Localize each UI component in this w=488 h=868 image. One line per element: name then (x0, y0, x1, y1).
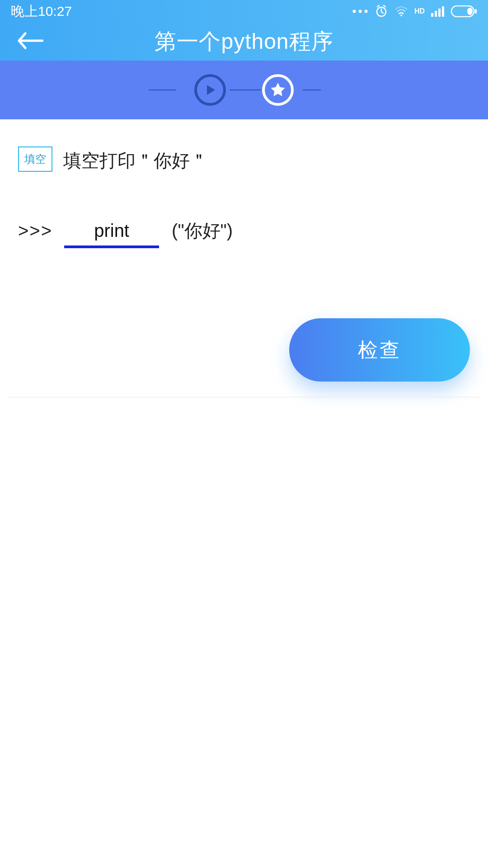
wifi-icon (394, 6, 408, 17)
svg-point-4 (400, 14, 402, 16)
more-icon (352, 9, 368, 14)
svg-rect-6 (435, 11, 437, 17)
code-tail: ("你好") (165, 218, 233, 243)
svg-rect-8 (442, 6, 444, 17)
header: 第一个python程序 (0, 23, 488, 61)
svg-rect-7 (438, 9, 441, 17)
arrow-left-icon (16, 31, 43, 51)
progress-connector (303, 90, 321, 90)
status-bar: 晚上10:27 HD (0, 0, 488, 23)
alarm-icon (375, 5, 388, 18)
progress-connector (149, 90, 176, 90)
battery-icon (451, 5, 477, 17)
svg-point-0 (352, 10, 356, 13)
page-title: 第一个python程序 (155, 27, 333, 56)
progress-bar (0, 61, 488, 119)
svg-rect-10 (475, 9, 477, 14)
svg-rect-5 (431, 13, 433, 17)
blank-wrapper (64, 221, 159, 248)
question-text: 填空打印＂你好＂ (63, 146, 208, 173)
check-button[interactable]: 检查 (289, 318, 470, 382)
question-type-badge: 填空 (18, 146, 52, 172)
progress-step-star[interactable] (262, 74, 294, 106)
code-prompt: >>> (18, 221, 60, 241)
svg-point-2 (364, 10, 367, 13)
play-icon (203, 83, 217, 97)
back-button[interactable] (16, 31, 43, 52)
svg-point-1 (358, 10, 361, 13)
code-row: >>> ("你好") (18, 218, 470, 248)
progress-step-play[interactable] (194, 74, 226, 106)
signal-icon (431, 6, 445, 17)
hd-label: HD (414, 7, 425, 15)
section-divider (8, 397, 480, 397)
star-icon (269, 81, 286, 99)
svg-rect-11 (467, 8, 473, 15)
status-time: 晚上10:27 (11, 2, 72, 21)
status-icons: HD (352, 5, 477, 18)
code-blank-input[interactable] (64, 221, 159, 248)
question-row: 填空 填空打印＂你好＂ (18, 146, 470, 173)
content-area: 填空 填空打印＂你好＂ >>> ("你好") 检查 (0, 119, 488, 248)
